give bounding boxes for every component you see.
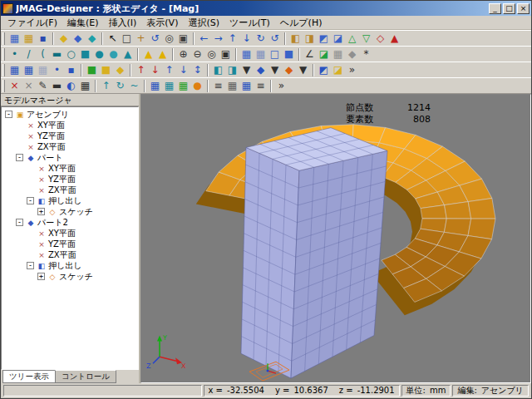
tree-item-part2[interactable]: -◆パート2 (2, 217, 138, 228)
tree-item-part-xy-plane[interactable]: ×XY平面 (2, 163, 138, 174)
section-view-button[interactable]: ◪ (317, 47, 331, 62)
save-model-button[interactable]: ▪ (36, 32, 50, 46)
tree-item-part-extrude[interactable]: -◧押し出し (2, 195, 138, 206)
mesh-edit-button[interactable]: ▦ (22, 63, 36, 77)
part-yellow-diamond-button[interactable]: ◆ (113, 63, 127, 77)
pan-view-button[interactable]: + (134, 32, 148, 46)
move-down-button[interactable]: ↓ (239, 32, 254, 46)
view-bottom-button[interactable]: ▽ (359, 32, 373, 46)
swap-nodes-button[interactable]: ↕ (190, 63, 204, 77)
mesh-show-button[interactable]: ▦ (239, 47, 254, 62)
mesh-refine-button[interactable]: ▦ (176, 79, 190, 93)
view-cube-teal-button[interactable]: ◆ (85, 32, 99, 46)
snap-toggle-button[interactable]: ◆ (345, 47, 359, 62)
boolean-intersect-button[interactable]: ◆ (282, 63, 296, 77)
tree-item-part-zx-plane[interactable]: ×ZX平面 (2, 185, 138, 195)
create-circle-button[interactable]: ○ (64, 47, 78, 62)
mirror-shape-button[interactable]: ◐ (64, 79, 78, 93)
toolbar-overflow-button[interactable]: » (345, 63, 359, 77)
menu-view[interactable]: 表示(V) (141, 16, 183, 30)
tab-control[interactable]: コントロール (55, 370, 116, 383)
new-model-button[interactable]: ▦ (7, 32, 22, 46)
toolbar-overflow-2-button[interactable]: » (274, 79, 288, 93)
edit-sketch-button[interactable]: ✎ (36, 79, 50, 93)
tree-expander-icon[interactable]: - (5, 111, 12, 118)
extrude-feature-button[interactable]: ↑ (99, 79, 113, 93)
create-arc-button[interactable]: ( (36, 47, 50, 62)
toolbar-grip[interactable] (2, 32, 5, 45)
tree-item-part[interactable]: -◆パート (2, 152, 138, 163)
minimize-button[interactable]: _ (489, 3, 501, 14)
open-model-button[interactable]: ▦ (22, 32, 36, 46)
tree-item-part2-extrude[interactable]: -◧押し出し (2, 260, 138, 271)
view-cube-yellow-button[interactable]: ◆ (57, 32, 71, 46)
tab-tree-view[interactable]: ツリー表示 (2, 370, 56, 383)
two-tone-yellow-button[interactable]: ◪ (331, 63, 345, 77)
menu-file[interactable]: ファイル(F) (2, 16, 62, 30)
tree-item-part-yz-plane[interactable]: ×YZ平面 (2, 174, 138, 185)
display-settings-button[interactable]: * (359, 47, 373, 62)
pattern-shape-button[interactable]: ▦ (78, 79, 92, 93)
tree-expander-icon[interactable]: - (27, 262, 34, 269)
move-left-button[interactable]: ← (197, 32, 211, 46)
tree-expander-icon[interactable]: + (37, 273, 45, 280)
shaded-display-button[interactable]: ■ (282, 47, 296, 62)
part-yellow-button[interactable]: ■ (99, 63, 113, 77)
mesh-generate-button[interactable]: ▦ (7, 63, 22, 77)
wireframe-display-button[interactable]: □ (268, 47, 282, 62)
close-button[interactable]: × (517, 3, 530, 14)
move-right-button[interactable]: → (211, 32, 225, 46)
menu-edit[interactable]: 編集(E) (62, 16, 104, 30)
title-bar[interactable]: JMAG-Designer : 形状エディタ - [Mag] _ □ × (1, 1, 531, 16)
tree-expander-icon[interactable]: - (16, 154, 23, 161)
view-back-button[interactable]: ◨ (303, 32, 317, 46)
viewport-3d[interactable]: YXZ 節点数 1214 要素数 808 (140, 94, 531, 383)
zoom-window-button[interactable]: ◎ (204, 47, 219, 62)
tree-expander-icon[interactable]: - (16, 219, 23, 226)
align-grid-button[interactable]: ▦ (225, 79, 239, 93)
menu-insert[interactable]: 挿入(I) (104, 16, 142, 30)
view-right-button[interactable]: ◪ (331, 32, 345, 46)
mesh-surface-button[interactable]: ▦ (148, 79, 162, 93)
delete-entity-button[interactable]: × (7, 79, 22, 93)
tree-item-part2-xy-plane[interactable]: ×XY平面 (2, 228, 138, 239)
tree-item-part2-yz-plane[interactable]: ×YZ平面 (2, 239, 138, 249)
tree-item-assembly-yz-plane[interactable]: ×YZ平面 (2, 131, 138, 141)
view-left-button[interactable]: ◩ (317, 32, 331, 46)
toolbar-grip[interactable] (2, 48, 5, 61)
boolean-union-dropdown-button[interactable]: ▼ (268, 63, 282, 77)
fit-view-button[interactable]: ▣ (176, 32, 190, 46)
rotate-cw-button[interactable]: ↻ (254, 32, 268, 46)
boolean-intersect-dropdown-button[interactable]: ▼ (296, 63, 310, 77)
tree-item-part2-sketch[interactable]: +◇スケッチ (2, 271, 138, 282)
align-list-button[interactable]: ≡ (211, 79, 225, 93)
menu-select[interactable]: 選択(S) (183, 16, 224, 30)
copy-shape-button[interactable]: ▬ (50, 79, 64, 93)
mesh-volume-button[interactable]: ▦ (162, 79, 176, 93)
element-edit-button[interactable]: ▪ (64, 63, 78, 77)
tree-item-assembly[interactable]: -▣アセンブリ (2, 109, 138, 120)
move-up-button[interactable]: ↑ (225, 32, 239, 46)
zoom-in-button[interactable]: ⊕ (176, 47, 190, 62)
two-tone-blue-button[interactable]: ◩ (317, 63, 331, 77)
boolean-union-button[interactable]: ◆ (254, 63, 268, 77)
move-node-down-red-button[interactable]: ↓ (148, 63, 162, 77)
boolean-add-dropdown-button[interactable]: ▼ (239, 63, 254, 77)
erase-entity-button[interactable]: × (22, 79, 36, 93)
boolean-add-button[interactable]: ◧ (211, 63, 225, 77)
tree-item-assembly-xy-plane[interactable]: ×XY平面 (2, 120, 138, 131)
toolbar-grip[interactable] (2, 80, 5, 92)
toolbar-grip[interactable] (2, 64, 5, 76)
tree-item-part2-zx-plane[interactable]: ×ZX平面 (2, 249, 138, 260)
sweep-feature-button[interactable]: ~ (127, 79, 141, 93)
tree-item-assembly-zx-plane[interactable]: ×ZX平面 (2, 141, 138, 152)
move-node-up-red-button[interactable]: ↑ (134, 63, 148, 77)
create-rect-button[interactable]: ▬ (50, 47, 64, 62)
menu-help[interactable]: ヘルプ(H) (275, 16, 328, 30)
node-edit-button[interactable]: • (50, 63, 64, 77)
create-cone-button[interactable]: ▲ (121, 47, 135, 62)
create-line-button[interactable]: / (22, 47, 36, 62)
select-box-button[interactable]: □ (120, 32, 134, 46)
model-tree[interactable]: -▣アセンブリ×XY平面×YZ平面×ZX平面-◆パート×XY平面×YZ平面×ZX… (1, 106, 139, 370)
zoom-fit-button[interactable]: ▣ (219, 47, 233, 62)
